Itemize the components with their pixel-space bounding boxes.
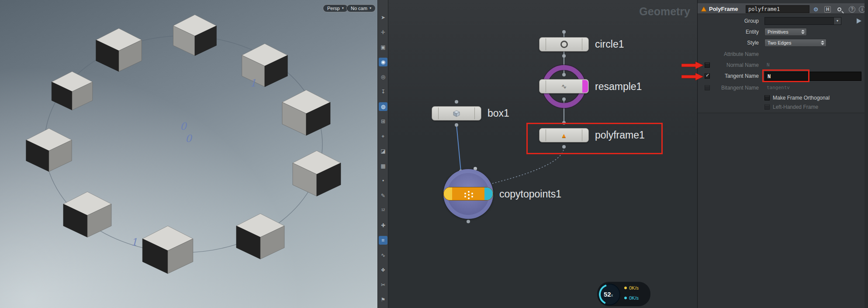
normal-name-label: Normal Name [698, 61, 759, 69]
param-row-bitangent-name: Bitangent Name tangentv [698, 83, 868, 92]
display-flag[interactable] [484, 187, 493, 200]
rate-down: 0K/s [624, 295, 639, 301]
hscript-icon[interactable]: H [824, 6, 831, 13]
camera-menu[interactable]: No cam ▾ [346, 4, 376, 12]
orthogonal-checkbox[interactable] [764, 95, 770, 100]
node-label-copytopoints1: copytopoints1 [499, 188, 561, 200]
lefthanded-checkbox[interactable] [764, 104, 770, 110]
annotation-arrow-tangent [681, 73, 704, 80]
group-chooser-icon[interactable] [857, 18, 861, 24]
circle-icon [539, 38, 588, 51]
annotation-arrow-normal [681, 62, 704, 69]
pen-icon[interactable]: ✎ [379, 191, 387, 200]
point-numbers-icon[interactable]: ¹² [379, 206, 387, 215]
node-circle1[interactable] [539, 37, 589, 52]
updown-arrows-icon [801, 30, 805, 34]
bypass-flag[interactable] [444, 187, 452, 200]
gauge-value: 52x [604, 291, 613, 298]
point-snap-icon[interactable]: ⌖ [379, 132, 387, 141]
param-row-attribute-name: Attribute Name [698, 50, 868, 59]
node-label-circle1: circle1 [595, 38, 624, 50]
move-icon[interactable]: ✛ [379, 28, 387, 37]
style-label: Style [698, 38, 759, 47]
polyframe-node-icon [701, 6, 707, 12]
param-row-normal-name: Normal Name N [698, 61, 868, 69]
attribute-name-label: Attribute Name [698, 50, 759, 59]
node-resample1[interactable]: ∿ [539, 79, 589, 93]
resample-icon: ∿ [539, 80, 588, 93]
rate-up-icon [624, 287, 627, 289]
diamond-icon[interactable]: ❖ [379, 266, 387, 274]
node-label-box1: box1 [488, 107, 509, 119]
pin-icon[interactable]: ↧ [379, 87, 387, 96]
group-label: Group [698, 17, 759, 25]
wireframe-icon[interactable]: ▦ [379, 162, 387, 170]
dropdown-arrow-icon[interactable]: ▾ [833, 17, 841, 24]
node-name-field[interactable] [746, 5, 809, 13]
tangent-name-label: Tangent Name [698, 72, 759, 80]
persp-menu[interactable]: Persp ▾ [323, 4, 348, 12]
network-editor[interactable]: Geometry circle1 [388, 0, 698, 308]
help-icon[interactable]: ? [849, 6, 855, 13]
copytopoints-bar[interactable] [443, 187, 493, 201]
style-menu[interactable]: Two Edges [764, 39, 827, 47]
node-type-label: PolyFrame [709, 6, 738, 12]
param-row-group: Group ▾ [698, 17, 868, 25]
viewport-toolbar: ➤ ✛ ▣ ◉ ◎ ↧ ◍ ⊞ ⌖ ◪ ▦ • ✎ ¹² ✚ ⌗ ∿ ❖ ✂ ⚑ [377, 0, 388, 308]
wave-icon[interactable]: ∿ [379, 251, 387, 260]
orthogonal-label: Make Frame Orthogonal [773, 93, 830, 102]
updown-arrows-icon [821, 41, 824, 45]
viewport-3d[interactable]: 0 0 1 1 Persp ▾ No cam ▾ [0, 0, 377, 308]
axis-icon[interactable]: ✚ [379, 221, 387, 230]
flag-icon[interactable]: ⚑ [379, 295, 387, 304]
lock-icon[interactable]: ▣ [379, 43, 387, 52]
entity-menu[interactable]: Primitives [764, 28, 807, 36]
globe-icon[interactable]: ◎ [379, 73, 387, 81]
magnet-icon[interactable]: ◍ [379, 102, 387, 111]
point-number-marker: 0 [180, 121, 187, 132]
lefthanded-label: Left-Handed Frame [773, 103, 818, 111]
bitangent-name-label: Bitangent Name [698, 83, 759, 92]
annotation-rect-polyframe [526, 123, 663, 154]
houdini-window: 0 0 1 1 Persp ▾ No cam ▾ ➤ ✛ ▣ ◉ ◎ ↧ ◍ ⊞… [0, 0, 868, 308]
parameter-header: PolyFrame ⚙ H ? i [698, 3, 868, 14]
entity-value: Primitives [768, 29, 788, 35]
measure-icon[interactable]: ⌗ [379, 236, 387, 245]
param-row-entity: Entity Primitives [698, 28, 868, 36]
rate-down-icon [624, 297, 627, 299]
normal-name-value: N [767, 61, 770, 69]
chevron-down-icon: ▾ [342, 7, 344, 10]
style-value: Two Edges [768, 40, 791, 45]
box-icon [432, 107, 481, 120]
point-number-marker: 1 [250, 77, 256, 89]
point-number-marker: 1 [131, 236, 138, 248]
camera-icon[interactable]: ◉ [379, 58, 387, 66]
viewport-scene [0, 0, 377, 308]
entity-label: Entity [698, 28, 759, 36]
node-box1[interactable] [432, 106, 481, 121]
param-row-orthogonal: Make Frame Orthogonal [698, 93, 868, 102]
rate-up: 0K/s [624, 285, 639, 291]
magnifier-icon[interactable] [836, 6, 843, 13]
gear-icon[interactable]: ⚙ [812, 6, 820, 13]
point-number-marker: 0 [185, 133, 192, 144]
camera-menu-label: No cam [351, 6, 367, 11]
param-row-lefthanded: Left-Handed Frame [698, 103, 868, 111]
node-label-resample1: resample1 [595, 81, 642, 93]
group-field[interactable]: ▾ [764, 17, 841, 25]
chevron-down-icon: ▾ [370, 7, 371, 10]
cut-icon[interactable]: ✂ [379, 280, 387, 289]
param-row-style: Style Two Edges [698, 38, 868, 47]
bitangent-name-value: tangentv [767, 83, 790, 92]
persp-menu-label: Persp [327, 6, 340, 11]
annotation-rect-tangent [762, 69, 809, 82]
shade-icon[interactable]: ◪ [379, 147, 387, 156]
select-icon[interactable]: ➤ [379, 13, 387, 22]
grid-snap-icon[interactable]: ⊞ [379, 117, 387, 126]
panel-scrollbar[interactable] [865, 0, 868, 308]
dot-icon[interactable]: • [379, 176, 387, 185]
panel-empty-area [698, 113, 868, 308]
parameter-panel: PolyFrame ⚙ H ? i Group ▾ Entity Primiti… [698, 0, 868, 308]
